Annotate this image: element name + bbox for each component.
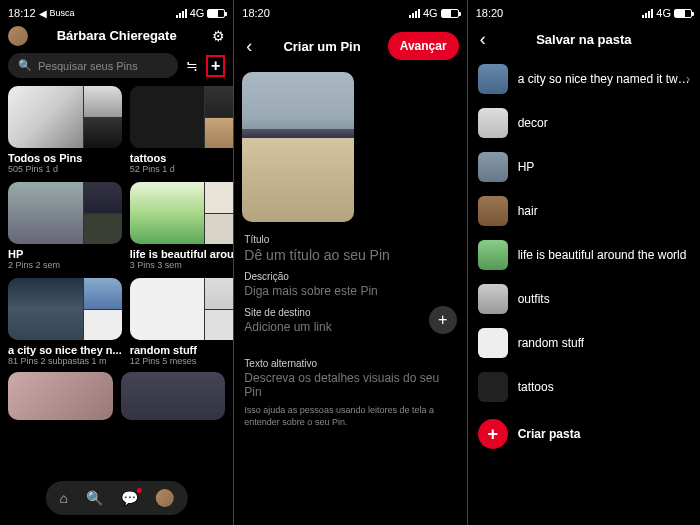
link-field-group: Site de destino Adicione um link + <box>234 302 466 342</box>
status-bar: 18:12 ◀ Busca 4G <box>0 0 233 22</box>
search-icon: 🔍 <box>18 59 32 72</box>
filter-icon[interactable]: ≒ <box>184 58 200 74</box>
folder-item[interactable]: outfits <box>478 277 690 321</box>
board-name: a city so nice they n... <box>8 344 122 356</box>
profile-header: Bárbara Chieregate ⚙ <box>0 22 233 49</box>
create-folder-label: Criar pasta <box>518 427 581 441</box>
board-thumb[interactable] <box>121 372 226 420</box>
signal-icon <box>409 9 420 18</box>
desc-field-group: Descrição Diga mais sobre este Pin <box>234 267 466 302</box>
battery-icon <box>207 9 225 18</box>
board-cover <box>130 86 234 148</box>
plus-icon: + <box>438 311 447 329</box>
bottom-nav: ⌂ 🔍 💬 <box>45 481 187 515</box>
board-meta: 81 Pins 2 subpastas 1 m <box>8 356 122 366</box>
boards-grid: Todos os Pins505 Pins 1 dtattoos52 Pins … <box>0 86 233 366</box>
link-label: Site de destino <box>244 307 331 318</box>
folder-item[interactable]: random stuff <box>478 321 690 365</box>
page-title: Salvar na pasta <box>536 32 631 47</box>
add-link-button[interactable]: + <box>429 306 457 334</box>
avatar[interactable] <box>8 26 28 46</box>
board-cover <box>130 182 234 244</box>
board-item[interactable]: random stuff12 Pins 5 meses <box>130 278 234 366</box>
status-back-label: Busca <box>50 8 75 18</box>
folder-name: life is beautiful around the world <box>518 248 687 262</box>
home-icon[interactable]: ⌂ <box>59 490 67 506</box>
folder-item[interactable]: hair <box>478 189 690 233</box>
screen-save-folder: 18:20 4G ‹ Salvar na pasta a city so nic… <box>467 0 700 525</box>
board-name: life is beautiful arou... <box>130 248 234 260</box>
link-input[interactable]: Adicione um link <box>244 320 331 334</box>
advance-button[interactable]: Avançar <box>388 32 459 60</box>
folder-name: tattoos <box>518 380 554 394</box>
folder-item[interactable]: HP <box>478 145 690 189</box>
board-name: HP <box>8 248 122 260</box>
title-input[interactable]: Dê um título ao seu Pin <box>244 247 456 263</box>
chevron-right-icon: › <box>686 72 690 86</box>
back-icon[interactable]: ‹ <box>476 29 490 50</box>
folder-thumb <box>478 64 508 94</box>
board-cover <box>8 86 122 148</box>
extra-row <box>0 366 233 420</box>
board-item[interactable]: a city so nice they n...81 Pins 2 subpas… <box>8 278 122 366</box>
profile-nav-icon[interactable] <box>156 489 174 507</box>
page-title: Criar um Pin <box>283 39 360 54</box>
board-meta: 2 Pins 2 sem <box>8 260 122 270</box>
folder-name: decor <box>518 116 548 130</box>
folder-thumb <box>478 196 508 226</box>
create-folder-icon: + <box>478 419 508 449</box>
pin-image-preview[interactable] <box>242 72 354 222</box>
folder-name: hair <box>518 204 538 218</box>
status-time: 18:20 <box>476 7 504 19</box>
board-item[interactable]: Todos os Pins505 Pins 1 d <box>8 86 122 174</box>
board-meta: 52 Pins 1 d <box>130 164 234 174</box>
board-item[interactable]: tattoos52 Pins 1 d <box>130 86 234 174</box>
status-bar: 18:20 4G <box>468 0 700 22</box>
board-name: random stuff <box>130 344 234 356</box>
network-label: 4G <box>423 7 438 19</box>
status-time: 18:20 <box>242 7 270 19</box>
folder-item[interactable]: life is beautiful around the world <box>478 233 690 277</box>
gear-icon[interactable]: ⚙ <box>212 28 225 44</box>
alt-input[interactable]: Descreva os detalhes visuais do seu Pin <box>244 371 456 399</box>
signal-icon <box>176 9 187 18</box>
board-item[interactable]: life is beautiful arou...3 Pins 3 sem <box>130 182 234 270</box>
messages-icon[interactable]: 💬 <box>121 490 138 506</box>
folder-thumb <box>478 284 508 314</box>
board-item[interactable]: HP2 Pins 2 sem <box>8 182 122 270</box>
search-nav-icon[interactable]: 🔍 <box>86 490 103 506</box>
folder-thumb <box>478 372 508 402</box>
notification-dot <box>137 488 142 493</box>
board-cover <box>8 278 122 340</box>
battery-icon <box>441 9 459 18</box>
plus-icon: + <box>211 57 220 74</box>
network-label: 4G <box>656 7 671 19</box>
folder-thumb <box>478 152 508 182</box>
folder-thumb <box>478 328 508 358</box>
folder-item[interactable]: decor <box>478 101 690 145</box>
add-pin-button[interactable]: + <box>206 55 225 77</box>
alt-help-text: Isso ajuda as pessoas usando leitores de… <box>234 403 466 430</box>
title-label: Título <box>244 234 456 245</box>
folder-item[interactable]: a city so nice they named it twice› <box>478 57 690 101</box>
board-thumb[interactable] <box>8 372 113 420</box>
back-icon[interactable]: ‹ <box>242 36 256 57</box>
folder-name: a city so nice they named it twice <box>518 72 690 86</box>
board-meta: 3 Pins 3 sem <box>130 260 234 270</box>
board-meta: 12 Pins 5 meses <box>130 356 234 366</box>
folder-thumb <box>478 108 508 138</box>
folder-item[interactable]: tattoos <box>478 365 690 409</box>
profile-title: Bárbara Chieregate <box>57 28 177 43</box>
alt-label: Texto alternativo <box>244 358 456 369</box>
desc-input[interactable]: Diga mais sobre este Pin <box>244 284 456 298</box>
search-input[interactable]: 🔍 Pesquisar seus Pins <box>8 53 178 78</box>
folder-name: outfits <box>518 292 550 306</box>
folder-name: HP <box>518 160 535 174</box>
create-folder-row[interactable]: + Criar pasta <box>478 409 690 459</box>
folder-thumb <box>478 240 508 270</box>
board-cover <box>130 278 234 340</box>
board-name: tattoos <box>130 152 234 164</box>
alt-field-group: Texto alternativo Descreva os detalhes v… <box>234 354 466 403</box>
board-name: Todos os Pins <box>8 152 122 164</box>
status-back-icon: ◀ <box>39 8 47 19</box>
